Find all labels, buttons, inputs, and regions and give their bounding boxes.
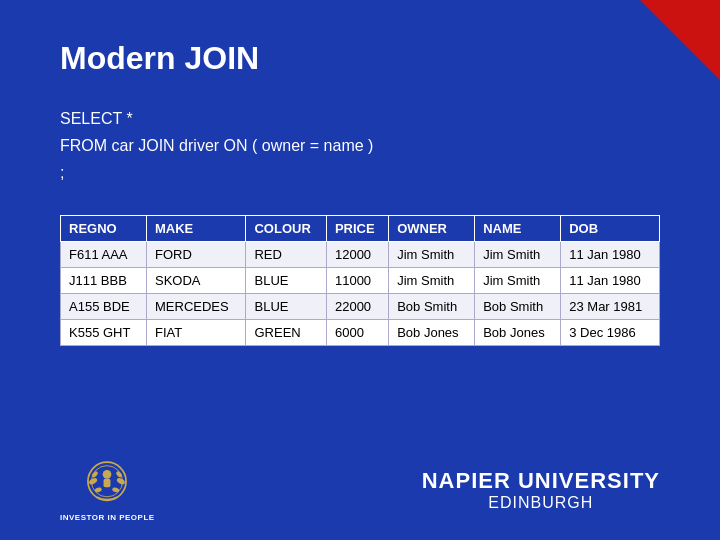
table-cell: 23 Mar 1981 [561, 293, 660, 319]
table-cell: Bob Smith [389, 293, 475, 319]
table-cell: 6000 [326, 319, 388, 345]
slide-title: Modern JOIN [60, 40, 660, 77]
svg-point-5 [116, 477, 126, 486]
table-cell: BLUE [246, 293, 326, 319]
university-title: NAPIER UNIVERSITY [422, 468, 660, 494]
code-line-1: SELECT * [60, 105, 660, 132]
table-cell: 12000 [326, 241, 388, 267]
table-cell: RED [246, 241, 326, 267]
table-cell: J111 BBB [61, 267, 147, 293]
table-cell: Jim Smith [475, 241, 561, 267]
table-cell: Jim Smith [389, 241, 475, 267]
code-block: SELECT * FROM car JOIN driver ON ( owner… [60, 105, 660, 187]
col-owner: OWNER [389, 215, 475, 241]
table-cell: K555 GHT [61, 319, 147, 345]
code-line-2: FROM car JOIN driver ON ( owner = name ) [60, 132, 660, 159]
table-cell: GREEN [246, 319, 326, 345]
table-row: J111 BBBSKODABLUE11000Jim SmithJim Smith… [61, 267, 660, 293]
table-cell: Bob Smith [475, 293, 561, 319]
svg-point-2 [103, 470, 112, 479]
table-cell: Bob Jones [389, 319, 475, 345]
col-regno: REGNO [61, 215, 147, 241]
university-location: EDINBURGH [422, 494, 660, 512]
table-cell: 11000 [326, 267, 388, 293]
col-colour: COLOUR [246, 215, 326, 241]
table-cell: Jim Smith [475, 267, 561, 293]
investor-badge: INVESTOR IN PEOPLE [60, 457, 155, 522]
table-row: K555 GHTFIATGREEN6000Bob JonesBob Jones3… [61, 319, 660, 345]
university-name-block: NAPIER UNIVERSITY EDINBURGH [422, 468, 660, 512]
col-make: MAKE [147, 215, 246, 241]
table-header-row: REGNO MAKE COLOUR PRICE OWNER NAME DOB [61, 215, 660, 241]
table-cell: Bob Jones [475, 319, 561, 345]
slide-content: Modern JOIN SELECT * FROM car JOIN drive… [0, 0, 720, 376]
table-cell: 11 Jan 1980 [561, 241, 660, 267]
footer: INVESTOR IN PEOPLE NAPIER UNIVERSITY EDI… [0, 457, 720, 522]
col-dob: DOB [561, 215, 660, 241]
table-cell: FIAT [147, 319, 246, 345]
table-cell: F611 AAA [61, 241, 147, 267]
code-line-3: ; [60, 159, 660, 186]
svg-rect-3 [104, 479, 111, 488]
table-cell: SKODA [147, 267, 246, 293]
table-cell: Jim Smith [389, 267, 475, 293]
investor-logo [81, 457, 133, 509]
result-table: REGNO MAKE COLOUR PRICE OWNER NAME DOB F… [60, 215, 660, 346]
table-cell: MERCEDES [147, 293, 246, 319]
table-cell: BLUE [246, 267, 326, 293]
table-cell: 11 Jan 1980 [561, 267, 660, 293]
col-name: NAME [475, 215, 561, 241]
table-cell: A155 BDE [61, 293, 147, 319]
investor-label: INVESTOR IN PEOPLE [60, 513, 155, 522]
table-cell: 3 Dec 1986 [561, 319, 660, 345]
col-price: PRICE [326, 215, 388, 241]
table-cell: 22000 [326, 293, 388, 319]
svg-point-4 [88, 477, 98, 486]
table-row: F611 AAAFORDRED12000Jim SmithJim Smith11… [61, 241, 660, 267]
corner-decoration [640, 0, 720, 80]
table-row: A155 BDEMERCEDESBLUE22000Bob SmithBob Sm… [61, 293, 660, 319]
table-cell: FORD [147, 241, 246, 267]
